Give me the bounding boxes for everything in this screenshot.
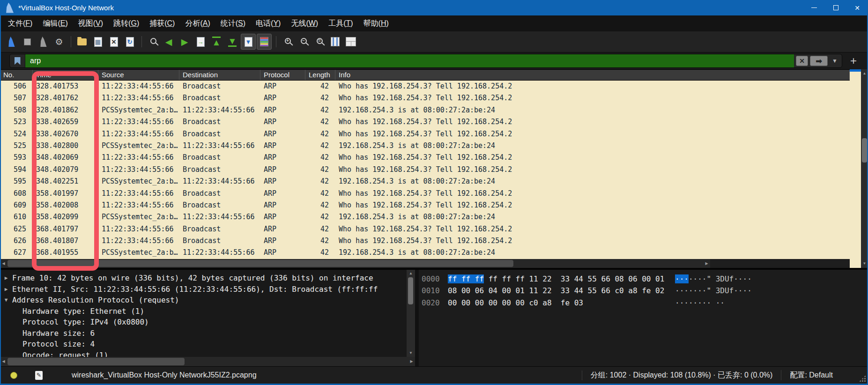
capture-comment-icon[interactable]: ✎	[35, 371, 43, 380]
column-header-info[interactable]: Info	[335, 70, 850, 80]
zoom-in-button[interactable]: +	[280, 34, 295, 50]
packet-row[interactable]: 594348.40207911:22:33:44:55:66BroadcastA…	[0, 164, 850, 176]
capture-options-button[interactable]: ⚙	[52, 34, 67, 50]
packet-row[interactable]: 506328.40175311:22:33:44:55:66BroadcastA…	[0, 81, 850, 92]
layout-123-button[interactable]	[343, 34, 358, 50]
go-forward-button[interactable]: ▶	[177, 34, 192, 50]
menu-g[interactable]: 跳转(G)	[108, 15, 144, 31]
colorize-packets-button[interactable]	[257, 34, 272, 50]
details-tree-item[interactable]: Protocol type: IPv4 (0x0800)	[0, 317, 407, 328]
packet-row[interactable]: 508328.401862PCSSystemtec_2a:b…11:22:33:…	[0, 104, 850, 116]
menu-s[interactable]: 统计(S)	[215, 15, 251, 31]
packet-row[interactable]: 609358.40200811:22:33:44:55:66BroadcastA…	[0, 200, 850, 211]
go-to-top-button[interactable]: ▲	[209, 34, 224, 50]
menu-v[interactable]: 视图(V)	[73, 15, 108, 31]
packet-row[interactable]: 593348.40206911:22:33:44:55:66BroadcastA…	[0, 152, 850, 163]
resize-columns-button[interactable]	[327, 34, 342, 50]
intelligent-scrollbar-minimap[interactable]	[850, 69, 861, 268]
scroll-up-icon[interactable]: ▲	[407, 270, 415, 277]
details-tree-item[interactable]: Hardware type: Ethernet (1)	[0, 306, 407, 317]
packet-row[interactable]: 525338.402800PCSSystemtec_2a:b…11:22:33:…	[0, 140, 850, 152]
scroll-left-icon[interactable]: ◀	[0, 357, 7, 366]
details-scroll-thumb[interactable]	[408, 277, 413, 304]
packet-row[interactable]: 608358.40199711:22:33:44:55:66BroadcastA…	[0, 188, 850, 200]
resize-grip[interactable]	[859, 375, 866, 382]
menu-h[interactable]: 帮助(H)	[358, 15, 394, 31]
cell-destination: Broadcast	[179, 128, 260, 140]
column-header-length[interactable]: Length	[305, 70, 335, 80]
restart-capture-button[interactable]	[36, 34, 51, 50]
menu-e[interactable]: 编辑(E)	[37, 15, 73, 31]
details-tree-item[interactable]: ▶Ethernet II, Src: 11:22:33:44:55:66 (11…	[0, 284, 407, 295]
cell-length: 42	[305, 140, 335, 152]
go-back-button[interactable]: ◀	[161, 34, 176, 50]
column-header-no[interactable]: No.	[0, 70, 33, 80]
zoom-reset-button[interactable]: =	[312, 34, 326, 50]
packet-row[interactable]: 610358.402099PCSSystemtec_2a:b…11:22:33:…	[0, 211, 850, 223]
menu-t[interactable]: 工具(T)	[323, 15, 358, 31]
column-header-protocol[interactable]: Protocol	[260, 70, 305, 80]
hex-dump-row[interactable]: 001008 00 06 04 00 01 11 22 33 44 55 66 …	[419, 285, 868, 296]
packet-row[interactable]: 626368.40180711:22:33:44:55:66BroadcastA…	[0, 235, 850, 247]
scroll-right-icon[interactable]: ▶	[703, 259, 710, 268]
details-bytes-divider[interactable]	[415, 270, 419, 366]
packet-list-horizontal-scrollbar[interactable]: ◀ ▶	[0, 259, 710, 268]
start-capture-button[interactable]	[4, 34, 19, 50]
go-to-packet-button[interactable]: →	[193, 34, 208, 50]
scroll-left-icon[interactable]: ◀	[0, 259, 7, 268]
hex-dump-row[interactable]: 002000 00 00 00 00 00 c0 a8 fe 03·······…	[419, 297, 868, 309]
zoom-out-button[interactable]: −	[296, 34, 311, 50]
details-tree-item[interactable]: Hardware size: 6	[0, 328, 407, 339]
close-button[interactable]: ✕	[846, 0, 868, 15]
packet-row[interactable]: 523338.40265911:22:33:44:55:66BroadcastA…	[0, 116, 850, 128]
column-header-destination[interactable]: Destination	[179, 70, 260, 80]
expander-expanded-icon[interactable]: ▼	[0, 295, 12, 306]
menu-f[interactable]: 文件(F)	[3, 15, 37, 31]
details-vertical-scrollbar[interactable]: ▲ ▼	[407, 270, 415, 357]
filter-clear-button[interactable]: ✕	[796, 56, 808, 66]
start-capture-icon	[8, 37, 15, 47]
reload-file-button[interactable]: ↻	[122, 34, 137, 50]
menu-y[interactable]: 电话(Y)	[251, 15, 286, 31]
auto-scroll-button[interactable]: ▼	[241, 34, 256, 50]
scroll-down-icon[interactable]: ▼	[407, 350, 415, 356]
details-horizontal-scrollbar[interactable]: ◀ ▶	[0, 357, 415, 366]
packet-row[interactable]: 595348.402251PCSSystemtec_2a:b…11:22:33:…	[0, 176, 850, 187]
filter-add-button[interactable]: +	[846, 54, 861, 68]
scroll-right-icon[interactable]: ▶	[408, 357, 415, 366]
maximize-button[interactable]	[825, 0, 846, 15]
column-header-source[interactable]: Source	[98, 70, 179, 80]
hex-dump-row[interactable]: 0000ff ff ff ff ff ff 11 22 33 44 55 66 …	[419, 273, 868, 285]
packet-row[interactable]: 625368.40179711:22:33:44:55:66BroadcastA…	[0, 223, 850, 235]
menu-c[interactable]: 捕获(C)	[144, 15, 180, 31]
profile-label[interactable]: 配置: Default	[790, 370, 833, 380]
expander-collapsed-icon[interactable]: ▶	[0, 273, 12, 284]
details-tree-item[interactable]: Opcode: request (1)	[0, 350, 407, 357]
details-tree-item[interactable]: ▶Frame 10: 42 bytes on wire (336 bits), …	[0, 273, 407, 284]
stop-capture-button[interactable]	[20, 34, 35, 50]
menu-w[interactable]: 无线(W)	[286, 15, 323, 31]
go-to-bottom-button[interactable]: ▼	[225, 34, 240, 50]
details-hscroll-thumb[interactable]	[7, 358, 185, 365]
filter-dropdown-button[interactable]: ▼	[830, 58, 840, 64]
open-file-button[interactable]	[74, 34, 89, 50]
details-tree-item[interactable]: ▼Address Resolution Protocol (request)	[0, 295, 407, 306]
packet-row[interactable]: 507328.40176211:22:33:44:55:66BroadcastA…	[0, 92, 850, 104]
menu-a[interactable]: 分析(A)	[180, 15, 215, 31]
minimize-button[interactable]	[803, 0, 825, 15]
packet-row[interactable]: 524338.40267011:22:33:44:55:66BroadcastA…	[0, 128, 850, 140]
expert-info-icon[interactable]	[10, 372, 17, 379]
details-tree-item[interactable]: Protocol size: 4	[0, 339, 407, 350]
go-to-packet-icon: →	[197, 37, 205, 47]
expander-collapsed-icon[interactable]: ▶	[0, 284, 12, 295]
close-file-button[interactable]: ✕	[106, 34, 121, 50]
display-filter-input[interactable]: arp	[25, 54, 794, 67]
save-file-button[interactable]: ▦	[90, 34, 105, 50]
filter-apply-button[interactable]: ➡	[810, 56, 828, 66]
cell-info: Who has 192.168.254.3? Tell 192.168.254.…	[335, 152, 850, 163]
go-back-icon: ◀	[165, 37, 172, 46]
packet-list-scroll-thumb[interactable]	[862, 138, 867, 163]
find-packet-button[interactable]	[145, 34, 160, 50]
filter-bookmark-button[interactable]	[10, 54, 25, 67]
packet-row[interactable]: 627368.401955PCSSystemtec_2a:b…11:22:33:…	[0, 247, 850, 259]
